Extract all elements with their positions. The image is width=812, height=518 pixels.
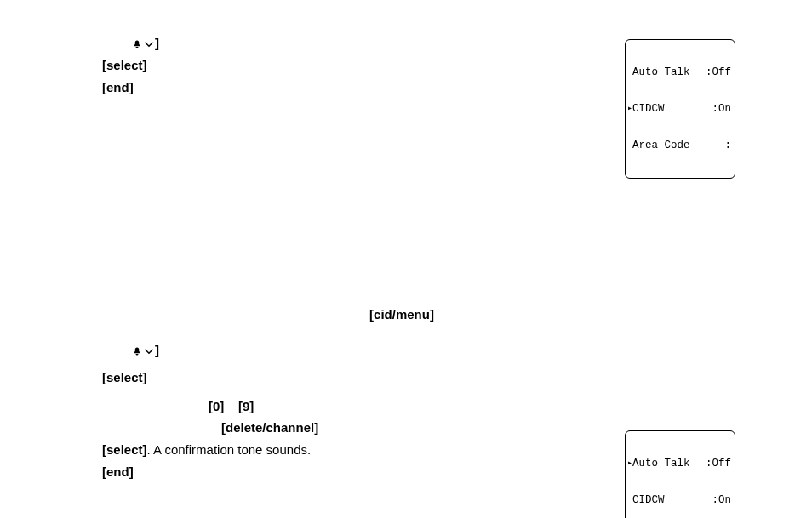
bracket-close-2: ] xyxy=(155,343,159,357)
bracket-close: ] xyxy=(155,36,159,50)
chevron-down-icon xyxy=(143,39,155,49)
step-end-1: [end] xyxy=(102,78,557,97)
step-cidmenu: [cid/menu] xyxy=(102,305,557,324)
bell-icon xyxy=(131,346,143,356)
bell-icon xyxy=(131,39,143,49)
step-digits: [0] [9] xyxy=(102,397,557,416)
lcd-column: ▸Auto Talk:Off ▸CIDCW:On ▸Area Code: ▸Au… xyxy=(625,34,752,518)
lcd-panel-1: ▸Auto Talk:Off ▸CIDCW:On ▸Area Code: xyxy=(625,39,735,179)
step-select-1: [select] xyxy=(102,56,557,75)
instructions-column: ] [select] [end] [cid/menu] ] [select] [… xyxy=(102,34,574,518)
chevron-down-icon xyxy=(143,346,155,356)
step-delete-channel: [delete/channel] xyxy=(102,418,557,437)
step-end-2: [end] xyxy=(102,463,557,481)
step-vol-down: ] xyxy=(102,34,557,53)
lcd-panel-2: ▸Auto Talk:Off ▸CIDCW:On ▸Area Code: xyxy=(625,430,735,518)
step-vol-down-2: ] xyxy=(102,341,557,360)
step-select-2: [select] xyxy=(102,368,557,387)
step-select-confirm: [select]. A confirmation tone sounds. xyxy=(102,441,557,459)
